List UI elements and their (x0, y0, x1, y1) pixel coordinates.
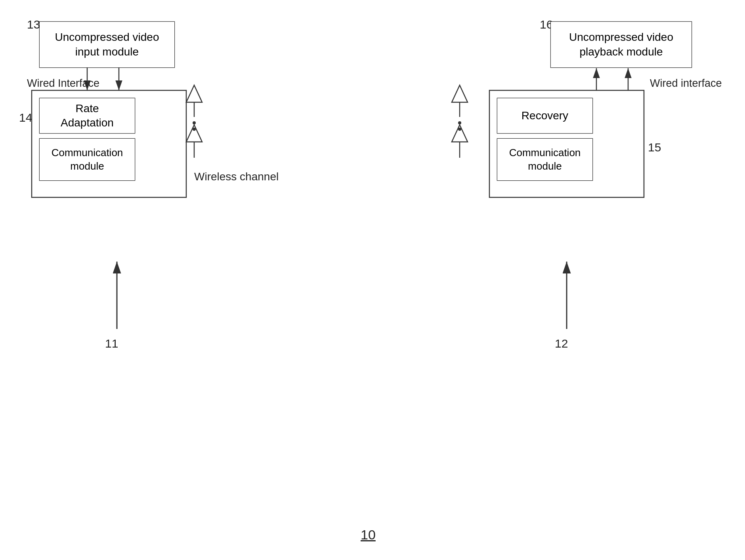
uncompressed-playback-label: Uncompressed videoplayback module (551, 22, 692, 67)
comm-module-right-label: Communicationmodule (497, 139, 592, 180)
rate-adaptation-label: RateAdaptation (40, 98, 135, 133)
ref-15: 15 (648, 141, 661, 154)
ref-14: 14 (19, 111, 32, 124)
uncompressed-input-label: Uncompressed videoinput module (40, 22, 174, 67)
wired-interface-right-label: Wired interface (650, 77, 722, 90)
wired-interface-left-label: Wired Interface (27, 77, 99, 90)
wireless-channel-label: Wireless channel (194, 170, 279, 183)
comm-module-left-label: Communicationmodule (40, 139, 135, 180)
recovery-label: Recovery (497, 98, 592, 133)
ref-12: 12 (555, 337, 568, 350)
ref-13: 13 (27, 18, 40, 31)
figure-number: 10 (361, 527, 376, 543)
ref-11: 11 (105, 337, 118, 350)
